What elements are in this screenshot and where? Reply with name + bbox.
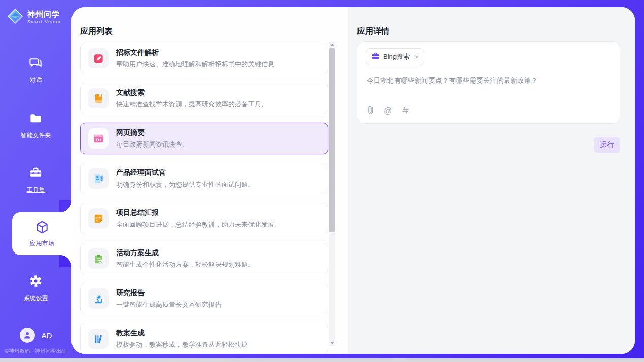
- list-item-event-plan[interactable]: 活动方案生成 智能生成个性化活动方案，轻松解决规划难题。: [80, 243, 328, 274]
- sidebar-item-label: 智能文件夹: [21, 131, 51, 140]
- logo-title: 神州问学: [27, 10, 61, 19]
- list-item-research-report[interactable]: 研究报告 一键智能生成高质量长文本研究报告: [80, 283, 328, 314]
- gear-icon: [29, 274, 43, 289]
- app-name: 活动方案生成: [116, 248, 255, 258]
- user-account[interactable]: AD: [0, 328, 71, 343]
- sidebar: 神州问学 Smart Vision 对话 智能文件夹: [0, 0, 71, 358]
- list-item-literature-search[interactable]: 文献搜索 快速精准查找学术资源，提高研究效率的必备工具。: [80, 83, 328, 114]
- at-icon[interactable]: @: [384, 107, 392, 115]
- list-item-pm-interviewer[interactable]: 产品经理面试官 明确身份和职责，为您提供专业性的面试问题。: [80, 163, 328, 194]
- sticky-note-icon: [88, 208, 109, 229]
- sidebar-item-chat[interactable]: 对话: [0, 56, 71, 84]
- scroll-down-arrow[interactable]: [329, 340, 335, 346]
- app-desc: 智能生成个性化活动方案，轻松解决规划难题。: [116, 260, 255, 269]
- briefcase-icon: [371, 52, 380, 62]
- run-button[interactable]: 运行: [594, 137, 620, 153]
- app-list-title: 应用列表: [80, 26, 113, 37]
- prompt-input-card[interactable]: Bing搜索 × 今日湖北有哪些新闻要点？有哪些需要关注的最新政策？ @: [357, 41, 620, 124]
- list-item-web-summary-selected[interactable]: 网页摘要 每日政府新闻资讯快查。: [80, 123, 328, 154]
- tool-chip-label: Bing搜索: [383, 52, 410, 61]
- query-text[interactable]: 今日湖北有哪些新闻要点？有哪些需要关注的最新政策？: [367, 76, 611, 86]
- app-desc: 一键智能生成高质量长文本研究报告: [116, 300, 222, 309]
- person-icon: [23, 331, 32, 340]
- close-icon[interactable]: ×: [415, 53, 419, 61]
- app-desc: 明确身份和职责，为您提供专业性的面试问题。: [116, 180, 255, 189]
- user-name: AD: [42, 331, 52, 340]
- cube-icon: [34, 220, 50, 236]
- sidebar-item-label: 工具集: [27, 186, 45, 194]
- app-detail-title: 应用详情: [357, 26, 389, 37]
- folder-icon: [29, 112, 43, 127]
- scrollbar-thumb[interactable]: [329, 48, 335, 232]
- sidebar-item-smart-folder[interactable]: 智能文件夹: [0, 112, 71, 140]
- interviewer-icon: [88, 168, 109, 189]
- sidebar-item-label: 系统设置: [24, 294, 48, 303]
- app-name: 产品经理面试官: [116, 168, 255, 177]
- chat-icon: [29, 56, 43, 71]
- book-icon: [88, 88, 109, 108]
- app-desc: 模板驱动，教案秒成，教学准备从此轻松快捷: [116, 340, 248, 349]
- app-desc: 帮助用户快速、准确地理解和解析招标书中的关键信息: [116, 60, 274, 69]
- books-icon: [88, 329, 109, 349]
- app-name: 教案生成: [116, 329, 248, 338]
- window-bottom-edge: [0, 358, 644, 362]
- avatar: [20, 328, 35, 343]
- logo-gem-icon: [7, 8, 24, 27]
- app-desc: 全面回顾项目进展，总结经验教训，助力未来优化发展。: [116, 220, 281, 229]
- app-detail-panel: 应用详情 Bing搜索 × 今日湖北有哪些新闻要点？有哪些需要关注的最新政策？: [348, 7, 635, 354]
- microscope-icon: [88, 288, 109, 309]
- app-desc: 快速精准查找学术资源，提高研究效率的必备工具。: [116, 100, 268, 109]
- hash-icon[interactable]: [402, 106, 409, 116]
- clipboard-check-icon: [88, 248, 109, 269]
- sidebar-item-app-market[interactable]: 应用市场: [12, 212, 71, 255]
- app-name: 网页摘要: [116, 128, 189, 137]
- app-name: 招标文件解析: [116, 48, 274, 57]
- sidebar-item-settings[interactable]: 系统设置: [0, 274, 71, 303]
- logo-subtitle: Smart Vision: [27, 20, 61, 24]
- document-edit-icon: [88, 48, 109, 68]
- sidebar-item-label: 对话: [30, 76, 42, 84]
- app-list-panel: 应用列表 招标文件解析 帮助用户快速、准确地理解和解析招标书中的关键信息: [71, 7, 348, 354]
- app-desc: 每日政府新闻资讯快查。: [116, 140, 189, 149]
- scroll-up-arrow[interactable]: [329, 42, 335, 48]
- scrollbar[interactable]: [329, 42, 335, 346]
- app-name: 研究报告: [116, 288, 222, 298]
- list-item-bid-analysis[interactable]: 招标文件解析 帮助用户快速、准确地理解和解析招标书中的关键信息: [80, 43, 328, 74]
- sidebar-item-toolset[interactable]: 工具集: [0, 166, 71, 194]
- tool-chip-bing-search[interactable]: Bing搜索 ×: [366, 48, 424, 65]
- toolbox-icon: [29, 166, 43, 181]
- sidebar-item-label: 应用市场: [30, 239, 54, 248]
- app-name: 项目总结汇报: [116, 208, 281, 218]
- paperclip-icon[interactable]: [367, 105, 374, 117]
- content-area: 应用列表 招标文件解析 帮助用户快速、准确地理解和解析招标书中的关键信息: [71, 7, 635, 354]
- app-logo: 神州问学 Smart Vision: [7, 8, 61, 27]
- browser-code-icon: [88, 128, 109, 149]
- app-list: 招标文件解析 帮助用户快速、准确地理解和解析招标书中的关键信息 文献搜索 快速精…: [80, 43, 328, 354]
- copyright-text: ©神州数码 · 神州问学出品: [0, 348, 71, 355]
- input-toolbar: @: [367, 105, 409, 117]
- app-name: 文献搜索: [116, 88, 268, 97]
- list-item-project-summary[interactable]: 项目总结汇报 全面回顾项目进展，总结经验教训，助力未来优化发展。: [80, 203, 328, 234]
- list-item-lesson-plan[interactable]: 教案生成 模板驱动，教案秒成，教学准备从此轻松快捷: [80, 323, 328, 354]
